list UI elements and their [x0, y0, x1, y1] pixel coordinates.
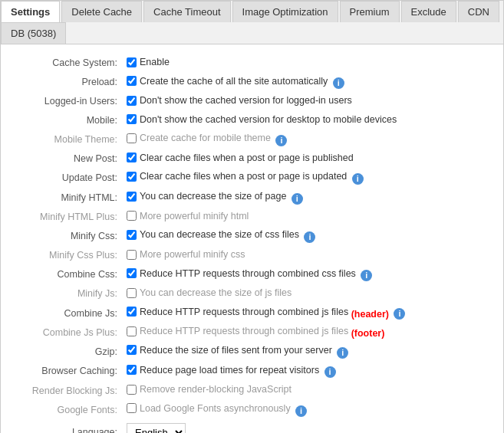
- row-label: Render Blocking Js:: [16, 381, 124, 400]
- browser-caching-text: Reduce page load times for repeat visito…: [140, 365, 319, 376]
- combine-js-checkbox[interactable]: [127, 307, 137, 317]
- row-label: Minify Css:: [16, 226, 124, 246]
- render-blocking-label: Remove render-blocking JavaScript: [127, 384, 292, 395]
- tab-cdn[interactable]: CDN: [458, 1, 499, 22]
- table-row: Gzip: Reduce the size of files sent from…: [16, 342, 488, 362]
- google-fonts-info-icon[interactable]: i: [295, 405, 307, 417]
- minify-js-text: You can decrease the size of js files: [140, 287, 292, 298]
- row-label: Minify Css Plus:: [16, 246, 124, 265]
- table-row: Minify Js: You can decrease the size of …: [16, 284, 488, 303]
- table-row: Logged-in Users: Don't show the cached v…: [16, 92, 488, 111]
- preload-label: Create the cache of all the site automat…: [127, 76, 328, 87]
- combine-css-info-icon[interactable]: i: [361, 270, 372, 281]
- update-post-label: Clear cache files when a post or page is…: [127, 171, 347, 182]
- combine-css-checkbox[interactable]: [127, 268, 137, 278]
- row-label: Combine Css:: [16, 265, 124, 285]
- browser-caching-checkbox[interactable]: [127, 365, 137, 375]
- mobile-theme-label: Create cache for mobile theme: [127, 133, 271, 143]
- row-label: Mobile:: [16, 111, 124, 130]
- table-row: Minify HTML: You can decrease the size o…: [16, 188, 488, 208]
- minify-html-plus-label: More powerful minify html: [127, 211, 249, 221]
- preload-checkbox[interactable]: [127, 76, 137, 86]
- update-post-text: Clear cache files when a post or page is…: [140, 171, 347, 182]
- cache-system-checkbox[interactable]: [127, 57, 137, 67]
- tab-exclude[interactable]: Exclude: [401, 1, 456, 22]
- minify-css-plus-checkbox[interactable]: [127, 250, 137, 260]
- table-row: Mobile Theme: Create cache for mobile th…: [16, 130, 488, 149]
- logged-in-label: Don't show the cached version for logged…: [127, 95, 352, 106]
- logged-in-checkbox[interactable]: [127, 96, 137, 106]
- row-label: Cache System:: [16, 54, 124, 73]
- page-wrapper: Settings Delete Cache Cache Timeout Imag…: [0, 0, 504, 433]
- preload-text: Create the cache of all the site automat…: [140, 76, 328, 87]
- table-row: Minify Css Plus: More powerful minify cs…: [16, 246, 488, 265]
- minify-html-plus-text: More powerful minify html: [140, 211, 249, 221]
- new-post-text: Clear cache files when a post or page is…: [140, 153, 354, 163]
- minify-html-checkbox[interactable]: [127, 192, 137, 202]
- google-fonts-label: Load Google Fonts asynchronously: [127, 403, 291, 414]
- language-select[interactable]: English: [127, 423, 186, 433]
- minify-html-label: You can decrease the size of page: [127, 191, 286, 202]
- update-post-info-icon[interactable]: i: [352, 173, 364, 185]
- settings-content: Cache System: Enable Preload: Cre: [1, 44, 503, 433]
- browser-caching-info-icon[interactable]: i: [324, 366, 336, 378]
- row-label: Preload:: [16, 73, 124, 93]
- minify-css-label: You can decrease the size of css files: [127, 229, 299, 240]
- table-row: Minify Css: You can decrease the size of…: [16, 226, 488, 246]
- minify-html-plus-checkbox[interactable]: [127, 211, 137, 221]
- update-post-checkbox[interactable]: [127, 172, 137, 182]
- table-row: Update Post: Clear cache files when a po…: [16, 168, 488, 188]
- table-row: New Post: Clear cache files when a post …: [16, 149, 488, 169]
- tab-db[interactable]: DB (5038): [1, 22, 66, 44]
- tab-image-optimization[interactable]: Image Optimization: [232, 1, 338, 22]
- google-fonts-text: Load Google Fonts asynchronously: [140, 403, 291, 414]
- mobile-theme-text: Create cache for mobile theme: [140, 133, 271, 143]
- minify-css-plus-text: More powerful minify css: [140, 249, 245, 260]
- new-post-checkbox[interactable]: [127, 153, 137, 162]
- logged-in-text: Don't show the cached version for logged…: [140, 95, 352, 106]
- minify-html-info-icon[interactable]: i: [292, 193, 303, 205]
- combine-js-plus-text: Reduce HTTP requests through combined js…: [140, 326, 348, 336]
- minify-js-checkbox[interactable]: [127, 288, 137, 298]
- minify-css-checkbox[interactable]: [127, 230, 137, 240]
- tab-premium[interactable]: Premium: [340, 1, 400, 22]
- minify-html-text: You can decrease the size of page: [140, 191, 286, 202]
- preload-info-icon[interactable]: i: [333, 77, 344, 89]
- gzip-info-icon[interactable]: i: [337, 347, 348, 359]
- mobile-text: Don't show the cached version for deskto…: [140, 114, 397, 125]
- row-label: Gzip:: [16, 342, 124, 362]
- mobile-checkbox[interactable]: [127, 114, 137, 124]
- row-label: Browser Caching:: [16, 362, 124, 382]
- combine-js-plus-label: Reduce HTTP requests through combined js…: [127, 326, 348, 336]
- combine-js-plus-checkbox[interactable]: [127, 326, 137, 336]
- row-label: Google Fonts:: [16, 400, 124, 420]
- combine-css-label: Reduce HTTP requests through combined cs…: [127, 268, 356, 279]
- row-label: New Post:: [16, 149, 124, 169]
- combine-js-text: Reduce HTTP requests through combined js…: [140, 307, 348, 317]
- new-post-label: Clear cache files when a post or page is…: [127, 153, 354, 163]
- tab-delete-cache[interactable]: Delete Cache: [61, 1, 142, 22]
- table-row: Combine Css: Reduce HTTP requests throug…: [16, 265, 488, 285]
- minify-css-text: You can decrease the size of css files: [140, 229, 299, 240]
- row-label: Logged-in Users:: [16, 92, 124, 111]
- row-label: Update Post:: [16, 168, 124, 188]
- table-row: Language: English: [16, 420, 488, 433]
- google-fonts-checkbox[interactable]: [127, 403, 137, 413]
- tabs-container: Settings Delete Cache Cache Timeout Imag…: [1, 1, 503, 44]
- table-row: Browser Caching: Reduce page load times …: [16, 362, 488, 382]
- cache-system-label: Enable: [127, 57, 170, 67]
- combine-js-label: Reduce HTTP requests through combined js…: [127, 307, 348, 317]
- tab-cache-timeout[interactable]: Cache Timeout: [143, 1, 230, 22]
- table-row: Combine Js: Reduce HTTP requests through…: [16, 303, 488, 323]
- gzip-checkbox[interactable]: [127, 345, 137, 355]
- tab-settings[interactable]: Settings: [1, 1, 60, 23]
- minify-css-info-icon[interactable]: i: [304, 231, 315, 243]
- render-blocking-text: Remove render-blocking JavaScript: [140, 384, 292, 395]
- render-blocking-checkbox[interactable]: [127, 385, 137, 395]
- gzip-text: Reduce the size of files sent from your …: [140, 345, 332, 356]
- row-label: Combine Js Plus:: [16, 323, 124, 342]
- mobile-theme-checkbox[interactable]: [127, 133, 137, 143]
- combine-js-info-icon[interactable]: i: [394, 308, 405, 320]
- row-label: Minify Js:: [16, 284, 124, 303]
- mobile-theme-info-icon[interactable]: i: [275, 135, 287, 146]
